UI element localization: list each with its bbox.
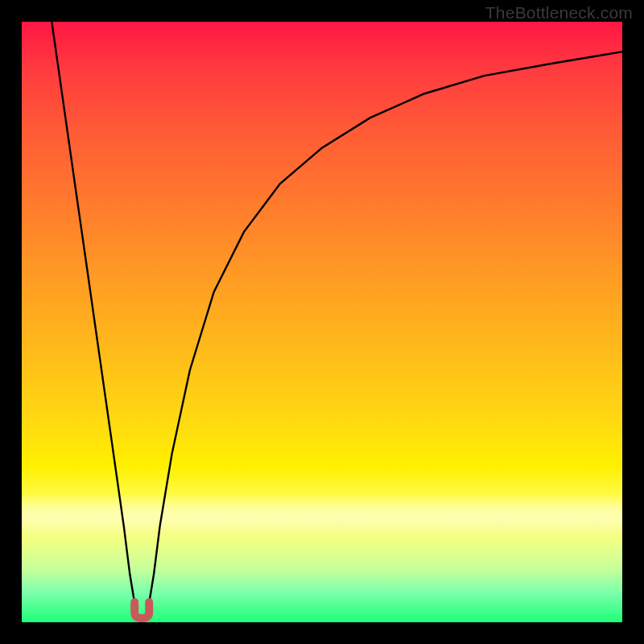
- chart-stage: TheBottleneck.com: [0, 0, 644, 644]
- watermark-text: TheBottleneck.com: [485, 3, 633, 23]
- sweet-spot-marker: [134, 602, 149, 618]
- chart-svg: [22, 22, 622, 622]
- plot-area: [22, 22, 622, 622]
- bottleneck-curve: [52, 22, 622, 622]
